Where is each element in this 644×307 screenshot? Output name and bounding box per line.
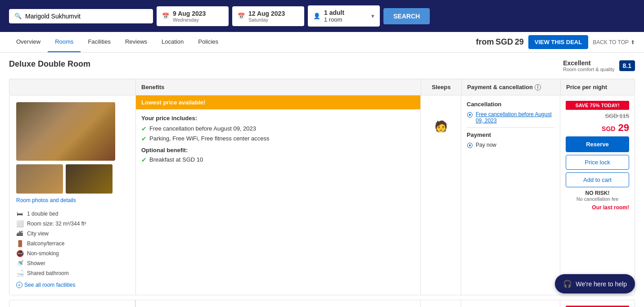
rooms-count: 1 room xyxy=(324,16,344,23)
room-photos-link[interactable]: Room photos and details xyxy=(16,197,129,203)
add-to-cart-button-1[interactable]: Add to cart xyxy=(566,172,629,187)
col-header-empty xyxy=(9,79,135,95)
check-icon-2: ✔ xyxy=(141,135,147,142)
row2-payment-col: Cancellation ⦿ Free cancellation before … xyxy=(461,300,560,307)
col-header-price: Price per night xyxy=(560,79,635,95)
feature-balcony: 🚪 Balcony/terrace xyxy=(16,239,129,248)
nav-price-from: from xyxy=(476,37,494,46)
back-to-top[interactable]: BACK TO TOP ⬆ xyxy=(593,39,635,45)
price-currency: SGD xyxy=(602,125,615,132)
benefit-item-2: ✔ Parking, Free WiFi, Free fitness cente… xyxy=(141,135,415,142)
checkin-field[interactable]: 📅 9 Aug 2023 Wednesday xyxy=(157,6,229,26)
info-icon[interactable]: i xyxy=(535,84,541,90)
room-benefits-col: Lowest price available! Your price inclu… xyxy=(135,95,421,295)
lowest-price-banner: Lowest price available! xyxy=(136,95,420,109)
plus-icon: + xyxy=(16,282,23,288)
room2-benefits-col: Your price includes: ✔ Free cancellation… xyxy=(135,300,421,307)
search-icon: 🔍 xyxy=(14,13,22,19)
search-input[interactable] xyxy=(25,13,148,20)
help-button[interactable]: 🎧 We're here to help xyxy=(555,274,635,293)
cancellation-link[interactable]: Free cancellation before August 09, 2023 xyxy=(476,111,554,124)
room-rating: Excellent Room comfort & quality 8.1 xyxy=(563,59,635,72)
optional-label: Optional benefit: xyxy=(141,147,415,154)
no-risk-sub: No cancellation fee xyxy=(566,196,629,202)
payment-title: Payment xyxy=(467,131,554,138)
arrow-up-icon: ⬆ xyxy=(630,39,635,45)
chevron-down-icon: ▾ xyxy=(371,13,374,19)
save-badge: SAVE 75% TODAY! xyxy=(566,101,629,110)
checkout-day: Saturday xyxy=(248,17,285,23)
col-header-sleeps: Sleeps xyxy=(421,79,461,95)
nav-price-value: 29 xyxy=(515,37,524,46)
price-lock-button[interactable]: Price lock xyxy=(566,155,629,170)
feature-smoking: 🚭 Non-smoking xyxy=(16,248,129,258)
search-bar[interactable]: 🔍 xyxy=(9,9,153,23)
cancellation-title: Cancellation xyxy=(467,101,554,108)
search-button[interactable]: SEARCH xyxy=(383,8,430,24)
bed-icon: 🛏 xyxy=(16,210,23,217)
room-thumb-1[interactable] xyxy=(16,164,63,194)
room-row-2: Your price includes: ✔ Free cancellation… xyxy=(9,300,635,307)
check-icon-1: ✔ xyxy=(141,125,147,132)
feature-view: 🏙 City view xyxy=(16,229,129,239)
nav-reviews[interactable]: Reviews xyxy=(118,32,154,52)
header-search-area: 🔍 📅 9 Aug 2023 Wednesday 📅 12 Aug 2023 S… xyxy=(9,5,635,27)
view-deal-button[interactable]: VIEW THIS DEAL xyxy=(528,35,588,49)
headset-icon: 🎧 xyxy=(563,280,572,288)
sleeps-icon: 🧑 xyxy=(425,120,456,133)
price-includes-label: Your price includes: xyxy=(141,115,415,122)
nav-rooms[interactable]: Rooms xyxy=(48,32,81,52)
nav-overview[interactable]: Overview xyxy=(9,32,48,52)
nav-price: from SGD 29 xyxy=(476,37,523,47)
room-header: Deluxe Double Room Excellent Room comfor… xyxy=(9,59,635,72)
col-header-benefits: Benefits xyxy=(135,79,421,95)
radio-selected-icon: ⦿ xyxy=(467,111,473,118)
checkin-day: Wednesday xyxy=(173,17,206,23)
reserve-button-1[interactable]: Reserve xyxy=(566,136,629,152)
feature-bathroom: 🛁 Shared bathroom xyxy=(16,268,129,278)
no-risk-title: NO RISK! xyxy=(566,190,629,196)
price-original: SGD 115 xyxy=(566,113,629,119)
rating-sub: Room comfort & quality xyxy=(563,67,614,72)
nav-links: Overview Rooms Facilities Reviews Locati… xyxy=(9,32,225,52)
room-row-2-inner: Your price includes: ✔ Free cancellation… xyxy=(9,300,635,307)
nav-facilities[interactable]: Facilities xyxy=(81,32,118,52)
nav-bar: Overview Rooms Facilities Reviews Locati… xyxy=(0,32,644,53)
price-current: SGD 29 xyxy=(566,122,629,134)
help-label: We're here to help xyxy=(576,280,627,288)
row2-left-spacer xyxy=(9,300,135,307)
room-thumb-2[interactable] xyxy=(66,164,113,194)
guests-count: 1 adult xyxy=(324,9,344,16)
last-room-badge: Our last room! xyxy=(566,204,629,211)
back-top-label: BACK TO TOP xyxy=(593,39,629,45)
rating-excellent: Excellent xyxy=(563,59,614,67)
checkout-date: 12 Aug 2023 xyxy=(248,10,285,17)
guests-field[interactable]: 👤 1 adult 1 room ▾ xyxy=(308,5,380,27)
nav-policies[interactable]: Policies xyxy=(191,32,225,52)
calendar-icon: 📅 xyxy=(162,13,169,19)
room-main-image[interactable] xyxy=(16,102,115,161)
checkout-field[interactable]: 📅 12 Aug 2023 Saturday xyxy=(232,6,304,26)
no-risk-block: NO RISK! No cancellation fee xyxy=(566,190,629,202)
nav-right: from SGD 29 VIEW THIS DEAL BACK TO TOP ⬆ xyxy=(476,35,635,49)
nav-location[interactable]: Location xyxy=(154,32,191,52)
room-payment-col: Cancellation ⦿ Free cancellation before … xyxy=(461,95,560,295)
payment-option: ⦿ Pay now xyxy=(467,142,554,149)
col-header-payment: Payment & cancellation i xyxy=(461,79,560,95)
feature-size: ⬜ Room size: 32 m²/344 ft² xyxy=(16,219,129,229)
room-row-1: Room photos and details 🛏 1 double bed ⬜… xyxy=(9,95,635,295)
benefits-body: Your price includes: ✔ Free cancellation… xyxy=(136,109,420,172)
room-price-col: SAVE 75% TODAY! SGD 115 SGD 29 Reserve P… xyxy=(560,95,635,295)
price-value: 29 xyxy=(618,122,629,133)
balcony-icon: 🚪 xyxy=(16,240,23,247)
size-icon: ⬜ xyxy=(16,220,23,227)
check-icon-3: ✔ xyxy=(141,156,147,163)
radio-pay-icon: ⦿ xyxy=(467,142,473,149)
page-header: 🔍 📅 9 Aug 2023 Wednesday 📅 12 Aug 2023 S… xyxy=(0,0,644,32)
room-thumbnails xyxy=(16,164,129,194)
room-title: Deluxe Double Room xyxy=(9,59,90,69)
facilities-link[interactable]: + See all room facilities xyxy=(16,282,129,288)
person-icon: 👤 xyxy=(313,13,320,19)
main-content: Deluxe Double Room Excellent Room comfor… xyxy=(0,53,644,307)
cancellation-option-1: ⦿ Free cancellation before August 09, 20… xyxy=(467,111,554,124)
